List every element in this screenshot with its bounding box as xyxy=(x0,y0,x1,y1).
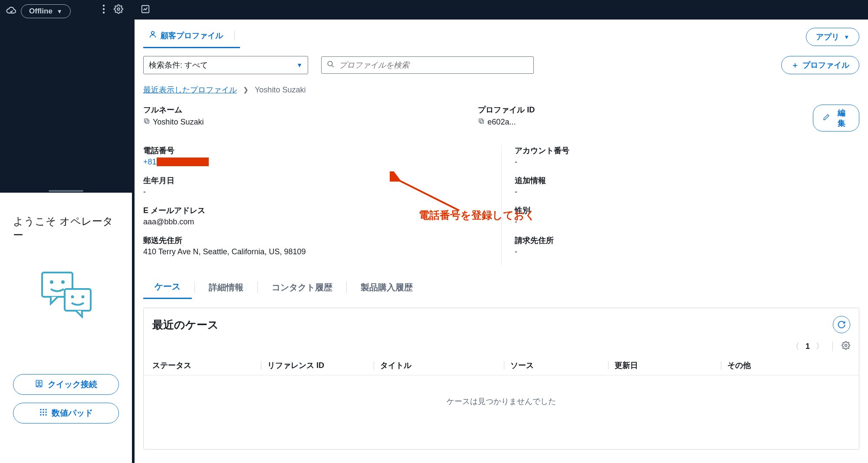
apps-label: アプリ xyxy=(816,32,839,42)
caret-down-icon: ▼ xyxy=(844,34,849,40)
caret-down-icon: ▼ xyxy=(296,62,302,69)
add-profile-button[interactable]: ＋ プロファイル xyxy=(781,56,859,74)
refresh-button[interactable] xyxy=(833,316,850,333)
chart-box-icon[interactable] xyxy=(141,4,150,16)
dob-value: - xyxy=(143,187,501,197)
gender-label: 性別 xyxy=(515,205,859,216)
svg-point-6 xyxy=(61,280,65,284)
svg-point-5 xyxy=(50,280,53,284)
svg-rect-7 xyxy=(65,289,91,311)
separator xyxy=(832,342,833,351)
status-label: Offline xyxy=(29,7,53,16)
svg-point-11 xyxy=(38,381,40,384)
col-reference[interactable]: リファレンス ID xyxy=(267,360,324,371)
svg-rect-24 xyxy=(145,120,149,123)
redacted-box xyxy=(157,158,209,166)
tab-cases[interactable]: ケース xyxy=(143,276,192,299)
search-filter-label: 検索条件: すべて xyxy=(149,60,208,70)
svg-point-16 xyxy=(43,411,44,413)
profile-search-input[interactable] xyxy=(339,61,528,70)
svg-point-15 xyxy=(40,411,42,413)
page-next-icon[interactable]: 〉 xyxy=(816,341,824,351)
breadcrumb: 最近表示したプロファイル ❯ Yoshito Suzaki xyxy=(135,82,868,102)
svg-point-1 xyxy=(103,8,105,10)
edit-label: 編集 xyxy=(834,108,849,128)
search-icon xyxy=(327,60,335,70)
gear-icon[interactable] xyxy=(842,341,850,351)
dob-label: 生年月日 xyxy=(143,175,501,186)
person-icon xyxy=(148,30,157,41)
phone-value[interactable]: +81 xyxy=(143,158,157,166)
svg-point-0 xyxy=(103,5,105,7)
svg-point-14 xyxy=(45,409,47,410)
svg-point-18 xyxy=(40,414,42,416)
edit-button[interactable]: 編集 xyxy=(813,105,859,131)
svg-point-28 xyxy=(845,345,847,347)
col-source[interactable]: ソース xyxy=(510,360,534,371)
main-area: 顧客プロファイル アプリ ▼ 検索条件: すべて ▼ ＋ xyxy=(135,0,868,463)
caret-down-icon: ▼ xyxy=(57,8,62,15)
plus-icon: ＋ xyxy=(791,60,799,70)
kebab-menu-icon[interactable] xyxy=(102,4,105,16)
email-label: E メールアドレス xyxy=(143,205,501,216)
cases-table-head: ステータス リファレンス ID タイトル ソース 更新日 その他 xyxy=(144,356,859,375)
breadcrumb-recent-profiles[interactable]: 最近表示したプロファイル xyxy=(143,85,237,95)
main-top-bar xyxy=(135,0,868,20)
billing-address-value: - xyxy=(515,247,859,256)
copy-icon[interactable] xyxy=(143,118,150,127)
svg-point-19 xyxy=(43,414,44,416)
sidebar-top-panel: Offline ▼ xyxy=(0,0,132,193)
contacts-icon xyxy=(35,379,43,390)
number-pad-button[interactable]: 数値パッド xyxy=(13,403,119,424)
svg-point-9 xyxy=(82,296,85,299)
gender-value: - xyxy=(515,217,859,227)
svg-point-3 xyxy=(117,8,120,10)
svg-rect-27 xyxy=(479,119,483,122)
search-filter-select[interactable]: 検索条件: すべて ▼ xyxy=(143,56,308,74)
chat-illustration-icon xyxy=(38,268,94,322)
cloud-icon xyxy=(6,6,16,16)
cases-panel: 最近のケース 〈 1 〉 ステータス リファレンス ID タイトル ソース xyxy=(143,308,859,450)
quick-connect-label: クイック接続 xyxy=(48,379,97,390)
svg-rect-26 xyxy=(480,120,484,123)
resize-handle[interactable] xyxy=(49,190,83,192)
account-number-label: アカウント番号 xyxy=(515,145,859,156)
col-other[interactable]: その他 xyxy=(727,360,751,371)
profileid-value: e602a... xyxy=(487,118,516,127)
tab-label: 顧客プロファイル xyxy=(161,30,223,41)
email-value: aaa@bbb.com xyxy=(143,217,501,227)
svg-point-22 xyxy=(151,31,155,34)
svg-rect-25 xyxy=(145,119,148,122)
col-title[interactable]: タイトル xyxy=(380,360,411,371)
gear-icon[interactable] xyxy=(114,4,123,16)
additional-info-value: - xyxy=(515,187,859,197)
profile-search-wrap xyxy=(321,56,534,74)
billing-address-label: 請求先住所 xyxy=(515,235,859,246)
welcome-text: ようこそ オペレーター xyxy=(13,214,119,242)
tab-customer-profile[interactable]: 顧客プロファイル xyxy=(143,26,240,48)
tab-contact-history[interactable]: コンタクト履歴 xyxy=(260,276,344,299)
svg-point-2 xyxy=(103,12,105,13)
svg-point-8 xyxy=(71,296,74,299)
col-updated[interactable]: 更新日 xyxy=(615,360,638,371)
tab-details[interactable]: 詳細情報 xyxy=(197,276,255,299)
additional-info-label: 追加情報 xyxy=(515,175,859,186)
tab-purchase-history[interactable]: 製品購入履歴 xyxy=(349,276,424,299)
page-prev-icon[interactable]: 〈 xyxy=(792,341,799,351)
sidebar-bottom-panel: ようこそ オペレーター クイック接続 xyxy=(0,193,132,463)
col-status[interactable]: ステータス xyxy=(152,360,261,371)
profileid-label: プロファイル ID xyxy=(478,105,812,115)
svg-point-13 xyxy=(43,409,44,410)
apps-button[interactable]: アプリ ▼ xyxy=(806,28,859,46)
quick-connect-button[interactable]: クイック接続 xyxy=(13,374,119,395)
pencil-icon xyxy=(823,114,830,123)
agent-sidebar: Offline ▼ ようこそ オペレーター xyxy=(0,0,132,463)
tab-separator xyxy=(234,31,235,40)
tab-separator xyxy=(194,282,195,293)
copy-icon[interactable] xyxy=(478,118,485,127)
cases-title: 最近のケース xyxy=(152,318,219,332)
fullname-label: フルネーム xyxy=(143,105,478,115)
status-selector[interactable]: Offline ▼ xyxy=(21,4,71,18)
shipping-address-value: 410 Terry Ave N, Seattle, California, US… xyxy=(143,247,501,256)
account-number-value: - xyxy=(515,158,859,167)
